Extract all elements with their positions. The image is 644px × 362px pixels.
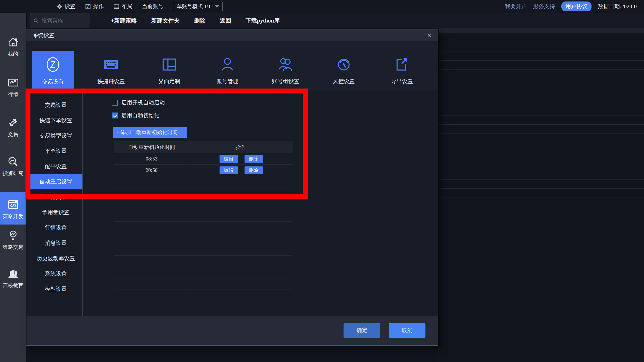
table-empty-row	[114, 222, 292, 233]
ui-custom-icon	[160, 55, 179, 74]
account-mode-dropdown[interactable]: 单账号模式 1/1	[173, 2, 223, 11]
table-empty-row	[114, 187, 292, 199]
trade-arrows-icon	[7, 117, 19, 129]
settings-label: 设置	[64, 3, 76, 10]
checkbox-unchecked-icon[interactable]	[112, 100, 118, 106]
dialog-tab-strip: 交易设置 快捷键设置	[26, 41, 438, 90]
open-account-link[interactable]: 我要开户	[505, 3, 527, 10]
table-empty-row	[114, 290, 292, 301]
sidebar-item-label: 交易	[8, 131, 18, 138]
tab-ui-custom[interactable]: 界面定制	[148, 51, 190, 89]
reinit-time-value: 20:50	[114, 165, 190, 176]
left-sidebar: 我的 行情 交易	[0, 13, 26, 362]
autostart-checkbox-row[interactable]: 启用开机自动启动	[112, 99, 165, 106]
strategy-trade-icon	[7, 229, 19, 241]
menu-item-trade-settings[interactable]: 交易设置	[29, 97, 82, 113]
operations-label: 操作	[93, 3, 104, 10]
home-icon	[7, 36, 19, 48]
menu-item-model-settings[interactable]: 模型设置	[29, 281, 82, 297]
research-icon	[7, 156, 19, 168]
sidebar-item-research[interactable]: 投资研究	[0, 156, 26, 177]
sidebar-item-strategy-dev[interactable]: 策略开发	[0, 192, 26, 225]
sidebar-item-strategy-trade[interactable]: 策略交易	[0, 229, 26, 251]
reinit-time-value: 08:53	[114, 153, 190, 164]
autoinit-checkbox-row[interactable]: 启用自动初始化	[112, 112, 160, 119]
account-mode-value: 单账号模式 1/1	[177, 3, 210, 10]
sidebar-item-education[interactable]: 高校教育	[0, 268, 26, 289]
strategy-dev-icon	[7, 199, 19, 211]
sidebar-item-label: 策略交易	[3, 244, 24, 251]
menu-item-common-qty[interactable]: 常用量设置	[29, 205, 82, 220]
tab-export-settings[interactable]: 导出设置	[381, 51, 423, 89]
sidebar-item-mine[interactable]: 我的	[0, 36, 26, 57]
autoinit-label: 启用自动初始化	[121, 112, 160, 119]
background-table-panel	[438, 13, 644, 362]
sidebar-item-label: 行情	[8, 91, 18, 98]
system-settings-dialog: 系统设置 × 交易设置	[26, 29, 438, 346]
settings-menu: 交易设置 快速下单设置 交易类型设置 平仓设置 配平设置 自动重启设置 键盘精灵…	[29, 90, 82, 316]
delete-button[interactable]: 删除	[244, 166, 263, 174]
menu-item-hist-volatility[interactable]: 历史波动率设置	[29, 251, 82, 266]
dialog-footer: 确定 取消	[26, 316, 438, 345]
trade-settings-icon	[43, 54, 63, 75]
tab-risk-control[interactable]: 风控设置	[323, 51, 365, 89]
menu-item-trade-type[interactable]: 交易类型设置	[29, 128, 82, 143]
user-agreement-button[interactable]: 用户协议	[561, 1, 592, 11]
sidebar-item-trade[interactable]: 交易	[0, 117, 26, 138]
download-python-lib-button[interactable]: 下载python库	[246, 17, 280, 24]
layout-menu-item[interactable]: 布局	[113, 3, 132, 10]
sidebar-item-market[interactable]: 行情	[0, 77, 26, 98]
account-group-icon	[276, 55, 295, 74]
auto-restart-panel: 启用开机自动启动 启用自动初始化 + 添加自动重新初始化时间 自动重新初始化时间…	[83, 90, 438, 316]
strategy-toolbar: +新建策略 新建文件夹 删除 返回 下载python库	[26, 13, 644, 28]
layout-icon	[113, 3, 119, 9]
menu-item-close-position[interactable]: 平仓设置	[29, 143, 82, 159]
autostart-label: 启用开机自动启动	[121, 99, 165, 106]
table-empty-row	[114, 278, 292, 290]
back-button[interactable]: 返回	[220, 17, 231, 24]
tab-account-group[interactable]: 账号组设置	[264, 51, 307, 89]
row-actions: 编辑 删除	[190, 153, 292, 164]
tab-label: 账号组设置	[272, 78, 299, 85]
table-empty-row	[114, 199, 292, 210]
add-reinit-time-button[interactable]: + 添加自动重新初始化时间	[113, 127, 186, 138]
menu-item-auto-restart[interactable]: 自动重启设置	[29, 174, 82, 189]
tab-hotkey-settings[interactable]: 快捷键设置	[90, 51, 132, 89]
close-icon[interactable]: ×	[425, 31, 434, 39]
ok-button[interactable]: 确定	[344, 323, 380, 338]
hotkey-icon	[102, 55, 121, 74]
tab-label: 账号管理	[216, 78, 238, 85]
operations-menu-item[interactable]: 操作	[85, 3, 104, 10]
checkbox-checked-icon[interactable]	[112, 112, 118, 118]
menu-item-message-settings[interactable]: 消息设置	[29, 235, 82, 251]
top-bar: 设置 操作 布局 当前	[0, 0, 644, 13]
support-link[interactable]: 服务支持	[533, 3, 555, 10]
sidebar-item-label: 策略开发	[3, 213, 24, 220]
app-window: 设置 操作 布局 当前	[0, 0, 644, 362]
menu-item-quick-order[interactable]: 快速下单设置	[29, 113, 82, 128]
tab-account-manage[interactable]: 账号管理	[206, 51, 248, 89]
gear-icon	[56, 3, 62, 9]
account-manage-icon	[218, 55, 237, 74]
new-folder-button[interactable]: 新建文件夹	[151, 17, 180, 24]
menu-item-system-settings[interactable]: 系统设置	[29, 266, 82, 281]
menu-item-market-settings[interactable]: 行情设置	[29, 220, 82, 235]
cancel-button[interactable]: 取消	[389, 323, 426, 338]
new-strategy-button[interactable]: +新建策略	[111, 17, 137, 24]
tab-trade-settings[interactable]: 交易设置	[32, 51, 74, 89]
edit-button[interactable]: 编辑	[220, 155, 238, 163]
toolbar-buttons: +新建策略 新建文件夹 删除 返回 下载python库	[111, 13, 280, 28]
settings-menu-item[interactable]: 设置	[56, 3, 76, 10]
delete-button[interactable]: 删除	[244, 155, 263, 163]
sidebar-item-label: 高校教育	[3, 282, 24, 289]
search-input[interactable]	[42, 17, 84, 24]
strategy-search-box[interactable]	[30, 13, 90, 28]
edit-button[interactable]: 编辑	[220, 166, 238, 174]
header-reinit-time: 自动重新初始化时间	[114, 141, 190, 153]
menu-item-keyboard-wizard[interactable]: 键盘精灵配置	[29, 189, 82, 205]
dialog-title-bar: 系统设置 ×	[26, 29, 438, 41]
table-empty-row	[114, 233, 292, 244]
delete-button[interactable]: 删除	[194, 17, 206, 24]
row-actions: 编辑 删除	[190, 165, 292, 176]
menu-item-balance[interactable]: 配平设置	[29, 159, 82, 174]
